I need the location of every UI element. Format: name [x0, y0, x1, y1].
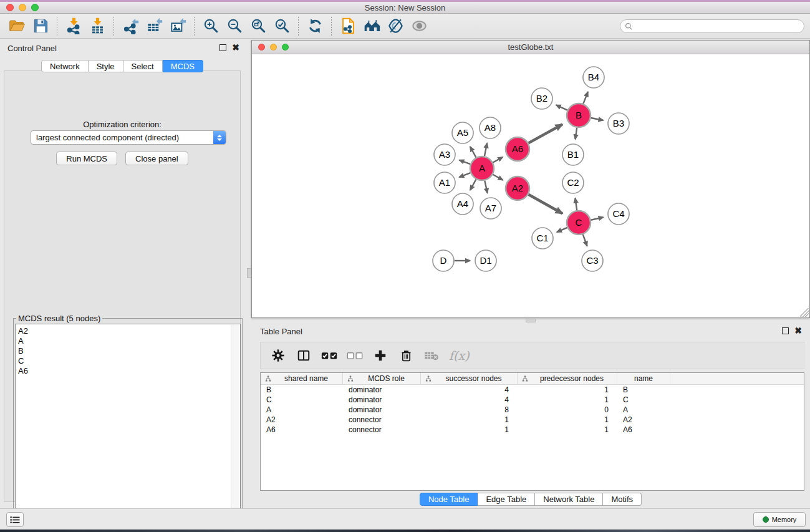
edge-A-A5[interactable]: [470, 147, 476, 157]
zoom-out-icon: [226, 17, 243, 34]
edge-A-A7[interactable]: [485, 181, 487, 193]
export-table-button[interactable]: [142, 16, 166, 37]
cell: connector: [343, 415, 421, 425]
edge-B-B2[interactable]: [556, 105, 567, 110]
delete-table-button[interactable]: [423, 347, 440, 364]
toolbar-separator: [113, 17, 114, 36]
table-tabs: Node TableEdge TableNetwork TableMotifs: [251, 493, 810, 506]
show-panels-button[interactable]: [6, 512, 24, 527]
scrollbar-track[interactable]: [231, 325, 239, 528]
edge-C-C1[interactable]: [557, 228, 567, 232]
edge-A-A8[interactable]: [485, 143, 487, 157]
graphics-details-button[interactable]: [383, 16, 407, 37]
mcds-result-list[interactable]: A2ABCA6: [15, 324, 241, 529]
column-header-shared-name[interactable]: shared name: [261, 373, 343, 384]
edge-C-C2[interactable]: [575, 198, 577, 210]
import-network-button[interactable]: [62, 16, 85, 37]
zoom-out-button[interactable]: [223, 16, 246, 37]
deselect-all-checkboxes-button[interactable]: [347, 347, 363, 364]
edge-B-B1[interactable]: [576, 128, 577, 139]
import-table-button[interactable]: [85, 16, 109, 37]
table-row[interactable]: Adominator80A: [261, 405, 804, 415]
gear-button[interactable]: [270, 347, 286, 364]
status-bar: Memory: [0, 508, 810, 530]
delete-column-button[interactable]: [398, 347, 414, 364]
network-graph[interactable]: B4B2BB3A8A5A6A3B1AC2A1A2A4A7C4CC1C3DD1: [252, 55, 809, 317]
zoom-fit-button[interactable]: [246, 16, 270, 37]
table-panel: Table Panel ✖: [251, 318, 810, 508]
column-header-MCDS-role[interactable]: MCDS role: [343, 373, 421, 384]
search-input[interactable]: [620, 19, 804, 33]
close-panel-icon[interactable]: ✖: [232, 44, 239, 51]
edge-A-A3[interactable]: [459, 160, 470, 165]
mcds-result-box: MCDS result (5 nodes) A2ABCA6: [13, 318, 243, 531]
edge-C-C3[interactable]: [583, 235, 587, 246]
table-row[interactable]: A6connector11A6: [261, 425, 804, 435]
tab-network-table[interactable]: Network Table: [535, 493, 603, 506]
open-file-button[interactable]: [5, 16, 29, 37]
run-mcds-button[interactable]: Run MCDS: [56, 152, 117, 165]
network-from-file-button[interactable]: [336, 16, 360, 37]
open-file-icon: [9, 17, 26, 34]
refresh-layout-button[interactable]: [303, 16, 327, 37]
delete-table-icon: [424, 350, 439, 361]
tab-network[interactable]: Network: [41, 60, 89, 72]
add-column-button[interactable]: [372, 347, 388, 364]
split-column-button[interactable]: [296, 347, 312, 364]
edge-A-A2[interactable]: [493, 175, 503, 180]
select-all-checkboxes-button[interactable]: [321, 347, 337, 364]
tab-mcds[interactable]: MCDS: [163, 60, 203, 72]
home-button[interactable]: [360, 16, 383, 37]
result-list-item[interactable]: B: [16, 346, 240, 356]
edge-A2-C[interactable]: [528, 195, 562, 214]
result-list-item[interactable]: A2: [16, 326, 240, 336]
edge-A6-B[interactable]: [529, 124, 562, 143]
edge-B-B4[interactable]: [583, 92, 588, 104]
cell: 1: [518, 415, 617, 425]
memory-button[interactable]: Memory: [753, 512, 806, 527]
criterion-dropdown[interactable]: largest connected component (directed): [31, 130, 226, 145]
zoom-in-button[interactable]: [199, 16, 223, 37]
float-panel-icon[interactable]: [782, 327, 789, 334]
table-row[interactable]: Bdominator41B: [261, 385, 804, 395]
resize-grip[interactable]: [800, 308, 809, 317]
edge-A-A6[interactable]: [493, 157, 503, 163]
zoom-selected-button[interactable]: [270, 16, 294, 37]
table-row[interactable]: Cdominator41C: [261, 395, 804, 405]
close-panel-button[interactable]: Close panel: [125, 152, 188, 165]
column-header-predecessor-nodes[interactable]: predecessor nodes: [518, 373, 617, 384]
export-network-button[interactable]: [118, 16, 142, 37]
column-header-successor-nodes[interactable]: successor nodes: [421, 373, 518, 384]
network-canvas[interactable]: B4B2BB3A8A5A6A3B1AC2A1A2A4A7C4CC1C3DD1: [252, 55, 809, 317]
node-label-C: C: [576, 217, 582, 228]
node-label-B2: B2: [536, 93, 547, 104]
result-list-item[interactable]: A: [16, 336, 240, 346]
tab-select[interactable]: Select: [123, 60, 163, 72]
result-list-item[interactable]: A6: [16, 366, 240, 376]
show-hide-panel-button[interactable]: [407, 16, 431, 37]
edge-A-A4[interactable]: [470, 180, 476, 190]
result-list-item[interactable]: C: [16, 356, 240, 366]
tab-edge-table[interactable]: Edge Table: [478, 493, 535, 506]
table-row[interactable]: A2connector11A2: [261, 415, 804, 425]
edge-C-C4[interactable]: [591, 217, 604, 220]
add-column-icon: [374, 349, 387, 362]
float-panel-icon[interactable]: [219, 44, 226, 51]
edge-B-B3[interactable]: [591, 118, 604, 120]
node-label-D: D: [440, 255, 447, 266]
tab-style[interactable]: Style: [89, 60, 123, 72]
edge-A-A1[interactable]: [459, 173, 470, 177]
function-builder-button[interactable]: f(x): [449, 349, 470, 362]
import-table-icon: [89, 17, 106, 34]
node-label-A7: A7: [485, 203, 496, 213]
cell: dominator: [343, 405, 421, 415]
column-header-name[interactable]: name: [617, 373, 670, 384]
cell: C: [261, 395, 343, 405]
cell: A: [261, 405, 343, 415]
save-session-button[interactable]: [29, 16, 52, 37]
tab-motifs[interactable]: Motifs: [603, 493, 642, 506]
export-image-button[interactable]: [166, 16, 190, 37]
close-panel-icon[interactable]: ✖: [794, 327, 802, 334]
splitter-handle-vertical[interactable]: [247, 268, 251, 278]
tab-node-table[interactable]: Node Table: [420, 493, 478, 506]
